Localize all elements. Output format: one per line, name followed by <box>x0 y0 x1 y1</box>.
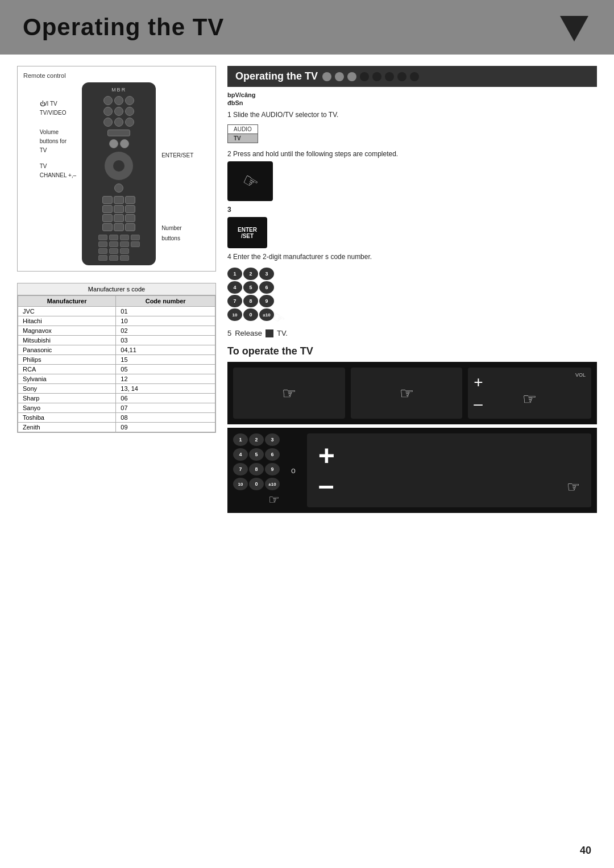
num-0[interactable] <box>114 223 124 231</box>
bottom-key-10[interactable]: 10 <box>233 478 248 490</box>
bottom-numpad-row-2: 4 5 6 <box>233 448 280 461</box>
manufacturer-cell: Magnavox <box>18 326 116 336</box>
key-3[interactable]: 3 <box>259 268 274 280</box>
remote-rect-btn[interactable] <box>107 130 130 136</box>
label-tv1: TV <box>40 146 76 155</box>
step5-tv: TV. <box>277 329 288 337</box>
manufacturer-table: Manufacturer Code number JVC01Hitachi10M… <box>18 295 215 432</box>
table-row: Magnavox02 <box>18 326 215 336</box>
remote-body: MBR <box>82 82 156 265</box>
remote-btn-1[interactable] <box>103 96 113 105</box>
small-btn-10[interactable] <box>109 248 118 254</box>
key-0[interactable]: 0 <box>243 308 258 321</box>
table-row: Mitsubishi03 <box>18 336 215 345</box>
table-row: JVC01 <box>18 307 215 316</box>
remote-top-row <box>103 96 134 105</box>
bottom-key-2[interactable]: 2 <box>249 433 264 446</box>
finger-vol-icon: ☞ <box>522 390 537 408</box>
enter-set-button[interactable]: ENTER/SET <box>227 217 267 248</box>
small-btn-8[interactable] <box>131 241 140 247</box>
num-7[interactable] <box>102 214 113 222</box>
key-7[interactable]: 7 <box>227 295 242 307</box>
dot-3 <box>347 72 356 81</box>
section-title: Operating the TV <box>235 70 318 82</box>
code-cell: 05 <box>116 365 215 374</box>
dot-1 <box>322 72 331 81</box>
table-row: Hitachi10 <box>18 316 215 326</box>
small-btn-13[interactable] <box>109 255 118 261</box>
bottom-key-pm10[interactable]: ±10 <box>265 478 280 490</box>
bottom-key-0[interactable]: 0 <box>249 478 264 490</box>
release-text: Release <box>235 329 262 337</box>
sub-header-1: bpV/câng <box>227 91 597 98</box>
num-9[interactable] <box>125 214 135 222</box>
key-8[interactable]: 8 <box>243 295 258 307</box>
num-2[interactable] <box>114 196 124 204</box>
remote-btn-6[interactable] <box>125 107 134 116</box>
bottom-key-1[interactable]: 1 <box>233 433 248 446</box>
remote-image: ⏻/I TV TV/VIDEO Volume buttons for TV TV… <box>23 82 210 265</box>
key-9[interactable]: 9 <box>259 295 274 307</box>
vol-label-text: VOL <box>575 372 586 378</box>
num-10[interactable] <box>102 223 113 231</box>
finger-right-icon: ☞ <box>567 478 580 496</box>
remote-control-box: Remote control ⏻/I TV TV/VIDEO Volume bu… <box>17 66 216 272</box>
small-btn-12[interactable] <box>98 255 107 261</box>
num-pm10[interactable] <box>125 223 135 231</box>
bottom-key-3[interactable]: 3 <box>265 433 280 446</box>
num-3[interactable] <box>125 196 135 204</box>
small-btn-6[interactable] <box>109 241 118 247</box>
remote-btn-gray-1[interactable] <box>109 139 118 148</box>
remote-btn-7[interactable] <box>103 118 113 127</box>
bottom-key-5[interactable]: 5 <box>249 448 264 461</box>
remote-btn-gray-2[interactable] <box>120 139 129 148</box>
num-6[interactable] <box>125 205 135 213</box>
small-btn-9[interactable] <box>98 248 107 254</box>
key-4[interactable]: 4 <box>227 281 242 294</box>
section-header: Operating the TV <box>227 66 597 87</box>
remote-btn-8[interactable] <box>114 118 123 127</box>
bottom-key-4[interactable]: 4 <box>233 448 248 461</box>
num-4[interactable] <box>102 205 113 213</box>
bottom-key-9[interactable]: 9 <box>265 463 280 475</box>
key-10[interactable]: 10 <box>227 308 242 321</box>
small-btn-7[interactable] <box>120 241 129 247</box>
key-5[interactable]: 5 <box>243 281 258 294</box>
small-btn-5[interactable] <box>98 241 107 247</box>
code-cell: 09 <box>116 423 215 432</box>
numpad-row-4: 10 0 ±10 <box>227 308 274 321</box>
remote-row2 <box>103 107 134 116</box>
bottom-key-7[interactable]: 7 <box>233 463 248 475</box>
key-2[interactable]: 2 <box>243 268 258 280</box>
remote-single-btn[interactable] <box>114 183 123 193</box>
col-header-code: Code number <box>116 296 215 307</box>
remote-btn-4[interactable] <box>103 107 113 116</box>
remote-btn-9[interactable] <box>125 118 134 127</box>
small-btn-2[interactable] <box>109 235 118 240</box>
remote-btn-5[interactable] <box>114 107 123 116</box>
operate-bottom-right: + – ☞ <box>307 433 591 507</box>
audio-tv-selector: AUDIO TV <box>227 124 258 143</box>
remote-btn-3[interactable] <box>125 96 134 105</box>
num-8[interactable] <box>114 214 124 222</box>
dot-7 <box>397 72 406 81</box>
remote-btn-2[interactable] <box>114 96 123 105</box>
code-cell: 10 <box>116 316 215 326</box>
small-btn-11[interactable] <box>120 248 129 254</box>
bottom-key-8[interactable]: 8 <box>249 463 264 475</box>
operate-cell-channel-up: ☞ <box>233 368 345 419</box>
key-6[interactable]: 6 <box>259 281 274 294</box>
small-btn-14[interactable] <box>120 255 129 261</box>
key-1[interactable]: 1 <box>227 268 242 280</box>
small-btn-1[interactable] <box>98 235 107 240</box>
small-btn-4[interactable] <box>131 235 140 240</box>
operate-title: To operate the TV <box>227 345 313 357</box>
operate-top-grid: ☞ ☞ + VOL ☞ – <box>227 362 597 424</box>
bottom-key-6[interactable]: 6 <box>265 448 280 461</box>
num-5[interactable] <box>114 205 124 213</box>
table-row: Panasonic04,11 <box>18 345 215 355</box>
num-1[interactable] <box>102 196 113 204</box>
bottom-numpad-row-1: 1 2 3 <box>233 433 280 446</box>
remote-nav-circle[interactable] <box>105 152 133 180</box>
small-btn-3[interactable] <box>120 235 129 240</box>
